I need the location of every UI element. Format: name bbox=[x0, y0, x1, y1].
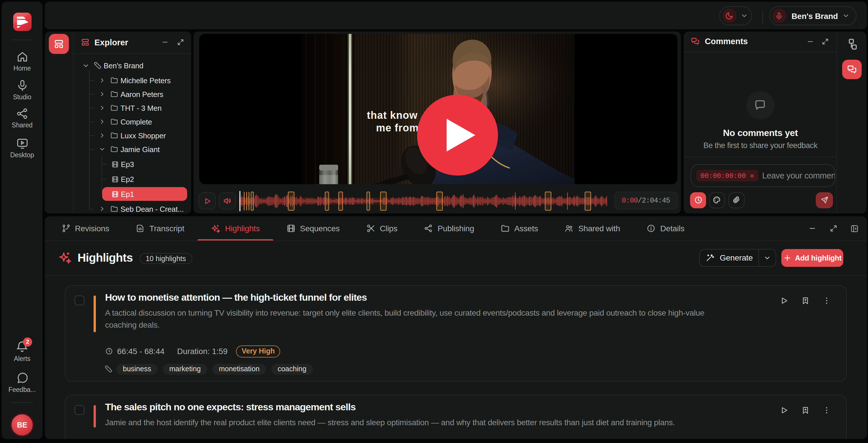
svg-text:that know: that know bbox=[367, 109, 417, 121]
